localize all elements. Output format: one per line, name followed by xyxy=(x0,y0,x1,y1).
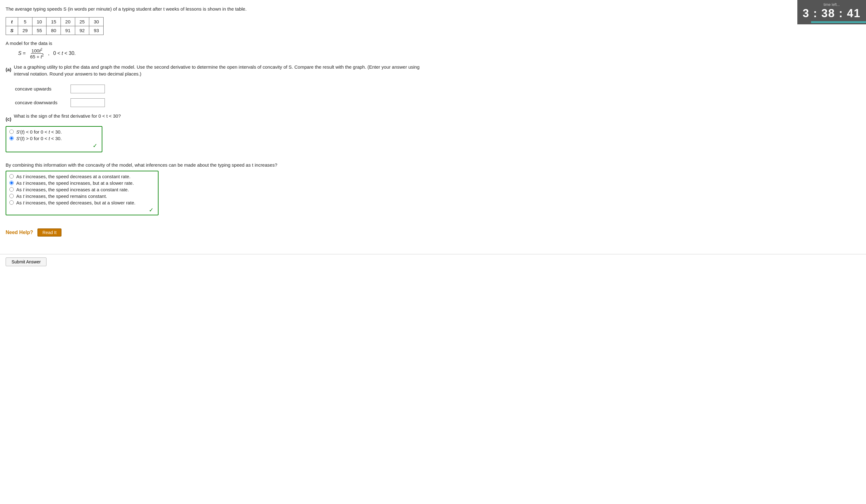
radio-i3-label: As t increases, the speed increases at a… xyxy=(16,187,129,192)
radio-i4[interactable] xyxy=(9,194,14,198)
intro-text: The average typing speeds S (in words pe… xyxy=(5,5,428,13)
timer-progress-bar xyxy=(811,21,866,23)
inference-radio-box: As t increases, the speed decreases at a… xyxy=(5,171,158,215)
formula-numerator: 100t2 xyxy=(31,48,43,54)
part-a-label: (a) xyxy=(5,67,11,80)
radio-option-c2[interactable]: S′(t) > 0 for 0 < t < 30. xyxy=(9,136,97,141)
radio-i4-label: As t increases, the speed remains consta… xyxy=(16,193,107,199)
radio-option-i2[interactable]: As t increases, the speed increases, but… xyxy=(9,180,154,186)
table-cell-s4: 91 xyxy=(61,26,75,35)
radio-option-i5[interactable]: As t increases, the speed decreases, but… xyxy=(9,200,154,205)
table-row-t: t 5 10 15 20 25 30 xyxy=(6,17,103,26)
radio-i1-label: As t increases, the speed decreases at a… xyxy=(16,174,131,179)
table-header-t: t xyxy=(6,17,18,26)
main-content: The average typing speeds S (in words pe… xyxy=(0,0,437,254)
bottom-bar: Submit Answer xyxy=(0,254,866,269)
part-c-checkmark: ✓ xyxy=(9,142,97,149)
part-a-question: Use a graphing utility to plot the data … xyxy=(14,64,428,78)
table-cell-s6: 93 xyxy=(89,26,103,35)
table-cell-s3: 80 xyxy=(46,26,61,35)
table-cell-t4: 20 xyxy=(61,17,75,26)
table-cell-t2: 10 xyxy=(32,17,46,26)
formula-fraction: 100t2 65 + t2 xyxy=(29,48,44,59)
table-header-s: S xyxy=(6,26,18,35)
concave-downwards-input[interactable] xyxy=(70,98,105,107)
radio-option-c1[interactable]: S′(t) < 0 for 0 < t < 30. xyxy=(9,129,97,135)
timer-panel: time left... 3 : 38 : 41 xyxy=(797,0,866,24)
radio-c2-label: S′(t) > 0 for 0 < t < 30. xyxy=(16,136,62,141)
table-cell-s5: 92 xyxy=(75,26,89,35)
radio-c2[interactable] xyxy=(9,136,14,141)
need-help-section: Need Help? Read It xyxy=(5,228,428,237)
submit-button[interactable]: Submit Answer xyxy=(5,257,46,266)
inference-checkmark: ✓ xyxy=(9,206,154,213)
radio-i2[interactable] xyxy=(9,181,14,185)
radio-option-i1[interactable]: As t increases, the speed decreases at a… xyxy=(9,174,154,179)
concave-upwards-input[interactable] xyxy=(70,85,105,93)
timer-value: 3 : 38 : 41 xyxy=(797,7,866,20)
radio-c1-label: S′(t) < 0 for 0 < t < 30. xyxy=(16,129,62,135)
table-cell-t6: 30 xyxy=(89,17,103,26)
radio-i5-label: As t increases, the speed decreases, but… xyxy=(16,200,135,205)
radio-i5[interactable] xyxy=(9,200,14,205)
part-c-label: (c) xyxy=(5,116,11,122)
concave-upwards-label: concave upwards xyxy=(15,86,65,91)
table-cell-s2: 55 xyxy=(32,26,46,35)
radio-i2-label: As t increases, the speed increases, but… xyxy=(16,180,134,186)
concave-downwards-label: concave downwards xyxy=(15,100,65,105)
part-c-question: What is the sign of the first derivative… xyxy=(14,113,121,121)
table-cell-t3: 15 xyxy=(46,17,61,26)
radio-option-i4[interactable]: As t increases, the speed remains consta… xyxy=(9,193,154,199)
formula-denominator: 65 + t2 xyxy=(29,54,44,59)
formula-comma: , xyxy=(48,51,49,56)
model-intro-text: A model for the data is xyxy=(5,41,428,46)
radio-i3[interactable] xyxy=(9,187,14,192)
table-cell-t1: 5 xyxy=(18,17,32,26)
model-formula: S = 100t2 65 + t2 , 0 < t < 30. xyxy=(18,48,428,59)
part-c: (c) What is the sign of the first deriva… xyxy=(5,113,428,221)
radio-i1[interactable] xyxy=(9,174,14,179)
read-it-button[interactable]: Read It xyxy=(37,228,62,237)
radio-option-i3[interactable]: As t increases, the speed increases at a… xyxy=(9,187,154,192)
concave-upwards-row: concave upwards xyxy=(15,85,428,93)
table-row-s: S 29 55 80 91 92 93 xyxy=(6,26,103,35)
formula-lhs: S = xyxy=(18,51,25,56)
part-c-radio-box: S′(t) < 0 for 0 < t < 30. S′(t) > 0 for … xyxy=(5,126,102,152)
radio-c1[interactable] xyxy=(9,130,14,134)
need-help-label: Need Help? xyxy=(5,230,33,235)
part-a: (a) Use a graphing utility to plot the d… xyxy=(5,64,428,107)
concave-downwards-row: concave downwards xyxy=(15,98,428,107)
data-table: t 5 10 15 20 25 30 S 29 55 80 91 92 93 xyxy=(5,17,103,35)
formula-constraint: 0 < t < 30. xyxy=(53,51,76,56)
inference-question: By combining this information with the c… xyxy=(5,162,428,168)
timer-label: time left... xyxy=(797,2,866,7)
table-cell-s1: 29 xyxy=(18,26,32,35)
table-cell-t5: 25 xyxy=(75,17,89,26)
